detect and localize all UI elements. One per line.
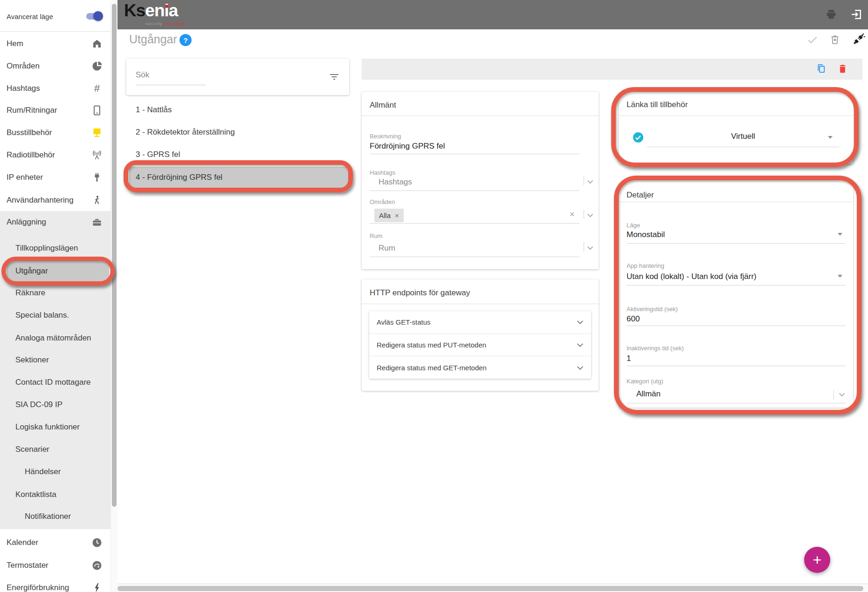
sidebar-item-sektioner[interactable]: Sektioner bbox=[0, 349, 110, 371]
inaktiveringstid-label: Inaktiverings tid (sek) bbox=[627, 345, 684, 352]
lage-select[interactable]: Monostabil bbox=[627, 230, 665, 239]
printer-icon bbox=[825, 8, 837, 22]
kategori-dropdown[interactable] bbox=[838, 392, 846, 397]
add-output-fab[interactable]: + bbox=[804, 547, 830, 573]
output-list-item[interactable]: 1 - Nattlås bbox=[136, 105, 172, 116]
sidebar-item-notifikationer[interactable]: Notifikationer bbox=[0, 505, 110, 528]
copy-button[interactable] bbox=[815, 63, 827, 75]
sidebar-divider bbox=[0, 31, 110, 32]
select-arrow-icon[interactable] bbox=[838, 275, 842, 278]
check-circle-icon bbox=[633, 132, 644, 145]
omraden-chip[interactable]: Alla × bbox=[374, 209, 404, 222]
logo-red-dot bbox=[165, 5, 168, 8]
sidebar-item-label: Utgångar bbox=[15, 261, 48, 281]
panel-divider bbox=[362, 116, 599, 116]
search-input[interactable] bbox=[136, 68, 203, 82]
aktiveringstid-field[interactable]: 600 bbox=[627, 314, 640, 324]
question-icon: ? bbox=[183, 36, 187, 44]
sidebar-item-sia-dc09-ip[interactable]: SIA DC-09 IP bbox=[0, 394, 110, 416]
hashtag-icon: # bbox=[90, 82, 103, 95]
logo-text-light: enia bbox=[145, 1, 178, 20]
output-list-item[interactable]: 2 - Rökdetektor återställning bbox=[136, 128, 235, 139]
hashtags-label: Hashtags bbox=[370, 169, 395, 176]
select-separator bbox=[584, 176, 584, 185]
sidebar-item-ip-enheter[interactable]: IP enheter bbox=[0, 166, 110, 189]
sidebar-item-label: Anläggning bbox=[7, 218, 46, 227]
sidebar-item-busstillbehor[interactable]: Busstillbehör bbox=[0, 122, 110, 144]
sidebar-item-hashtags[interactable]: Hashtags # bbox=[0, 77, 110, 100]
endpoint-row-put-method[interactable]: Redigera status med PUT-metoden bbox=[369, 333, 591, 356]
sidebar-item-rum-ritningar[interactable]: Rum/Ritningar bbox=[0, 99, 110, 122]
select-arrow-icon[interactable] bbox=[828, 136, 833, 139]
advanced-mode-toggle[interactable] bbox=[86, 13, 102, 20]
linked-check-button[interactable] bbox=[633, 133, 644, 144]
print-button[interactable] bbox=[825, 8, 838, 21]
sidebar-item-label: Kalender bbox=[7, 538, 38, 547]
kategori-label: Kategori (utg) bbox=[627, 378, 663, 385]
tillbehor-select[interactable]: Virtuell bbox=[647, 132, 839, 141]
sidebar-item-label: Händelser bbox=[25, 467, 61, 476]
discard-button[interactable] bbox=[828, 34, 841, 47]
sidebar-item-anvandarhantering[interactable]: Användarhantering bbox=[0, 189, 110, 211]
sidebar-item-scenarier[interactable]: Scenarier bbox=[0, 438, 110, 461]
sidebar-scrollbar[interactable] bbox=[110, 0, 117, 592]
output-list-item-selected[interactable]: 4 - Fördröjning GPRS fel bbox=[129, 167, 348, 188]
sidebar-item-contact-id-mottagare[interactable]: Contact ID mottagare bbox=[0, 371, 110, 394]
endpoint-row-get-method[interactable]: Redigera status med GET-metoden bbox=[369, 356, 591, 379]
sidebar-item-label: Notifikationer bbox=[25, 512, 71, 521]
beskrivning-label: Beskrivning bbox=[370, 133, 401, 140]
sidebar-item-kalender[interactable]: Kalender bbox=[0, 531, 110, 554]
scrollbar-thumb[interactable] bbox=[112, 4, 117, 507]
trash-icon bbox=[837, 63, 848, 75]
sidebar-item-utgangar[interactable]: Utgångar bbox=[7, 261, 109, 281]
rum-select[interactable]: Rum bbox=[379, 244, 395, 253]
omraden-dropdown[interactable] bbox=[586, 212, 594, 218]
omraden-clear-icon[interactable]: × bbox=[570, 210, 575, 219]
sidebar-item-raknare[interactable]: Räknare bbox=[0, 282, 110, 304]
sidebar-item-radiotillbehor[interactable]: Radiotillbehör bbox=[0, 144, 110, 166]
rum-dropdown[interactable] bbox=[586, 245, 594, 251]
sidebar-item-hem[interactable]: Hem bbox=[0, 33, 110, 55]
filter-button[interactable] bbox=[328, 71, 340, 83]
sidebar-item-handelser[interactable]: Händelser bbox=[0, 461, 110, 483]
delete-button[interactable] bbox=[836, 63, 848, 75]
sidebar-item-termostater[interactable]: Termostater bbox=[0, 554, 110, 577]
confirm-button[interactable] bbox=[806, 34, 819, 47]
room-door-icon bbox=[90, 105, 103, 116]
chevron-down-icon bbox=[839, 390, 845, 399]
logout-button[interactable] bbox=[849, 8, 863, 22]
sidebar-item-label: Hem bbox=[7, 39, 23, 48]
sidebar-item-omraden[interactable]: Områden bbox=[0, 55, 110, 77]
kategori-select[interactable]: Allmän bbox=[636, 389, 661, 399]
endpoint-row-get-status[interactable]: Avläs GET-status bbox=[369, 311, 591, 333]
sidebar-item-tillkopplingslagen[interactable]: Tillkopplingslägen bbox=[0, 237, 110, 259]
chip-remove-icon[interactable]: × bbox=[395, 211, 399, 219]
panel-divider bbox=[362, 304, 599, 304]
help-button[interactable]: ? bbox=[179, 34, 192, 46]
hashtags-dropdown[interactable] bbox=[586, 179, 594, 184]
sidebar-item-logiska-funktioner[interactable]: Logiska funktioner bbox=[0, 416, 110, 438]
sidebar-item-analoga-matomraden[interactable]: Analoga mätområden bbox=[0, 327, 110, 349]
sidebar-item-energiforbrukning[interactable]: Energiförbrukning bbox=[0, 577, 110, 592]
sidebar-item-special-balans[interactable]: Special balans. bbox=[0, 304, 110, 327]
panel-divider bbox=[619, 116, 853, 116]
output-list-item[interactable]: 3 - GPRS fel bbox=[136, 150, 180, 161]
inaktiveringstid-field[interactable]: 1 bbox=[627, 354, 631, 363]
sidebar-item-label: Sektioner bbox=[15, 355, 49, 365]
scrollbar-thumb[interactable] bbox=[117, 586, 863, 591]
app-hantering-label: App hantering bbox=[627, 262, 664, 269]
endpoint-label: Avläs GET-status bbox=[377, 318, 431, 326]
toggle-knob bbox=[93, 11, 103, 21]
select-separator bbox=[584, 210, 584, 219]
hashtags-select[interactable]: Hashtags bbox=[379, 177, 412, 187]
sidebar-item-kontaktlista[interactable]: Kontaktlista bbox=[0, 483, 110, 506]
horizontal-scrollbar[interactable] bbox=[117, 584, 868, 592]
app-header: Ksenia security innovation bbox=[117, 0, 868, 29]
omraden-label: Områden bbox=[370, 198, 395, 205]
disconnect-button[interactable] bbox=[851, 33, 866, 48]
beskrivning-field[interactable]: Fördröjning GPRS fel bbox=[370, 142, 445, 151]
sidebar-item-anlaggning[interactable]: Anläggning bbox=[0, 211, 110, 233]
app-hantering-select[interactable]: Utan kod (lokalt) - Utan kod (via fjärr) bbox=[627, 272, 757, 281]
select-arrow-icon[interactable] bbox=[838, 233, 842, 236]
ksenia-logo: Ksenia security innovation bbox=[124, 1, 189, 29]
